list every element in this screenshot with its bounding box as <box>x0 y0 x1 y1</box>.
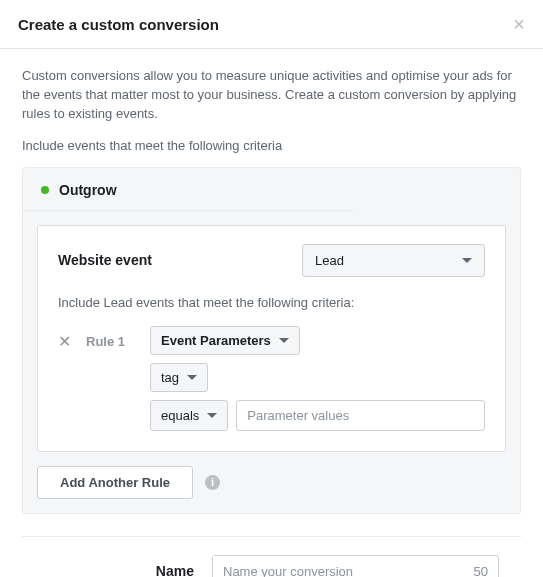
info-icon[interactable]: i <box>205 475 220 490</box>
rule-controls: Event Parameters tag equals <box>150 326 485 431</box>
add-rule-button[interactable]: Add Another Rule <box>37 466 193 499</box>
tag-label: tag <box>161 370 179 385</box>
name-input-wrap: 50 <box>212 555 499 577</box>
add-rule-row: Add Another Rule i <box>37 466 506 499</box>
remove-rule-icon[interactable]: ✕ <box>58 326 72 351</box>
chevron-down-icon <box>187 375 197 380</box>
pixel-name: Outgrow <box>59 182 117 198</box>
section-divider <box>22 536 521 537</box>
criteria-label: Include events that meet the following c… <box>22 138 521 153</box>
close-icon[interactable]: × <box>513 14 525 34</box>
event-select-value: Lead <box>315 253 344 268</box>
operator-select[interactable]: equals <box>150 400 228 431</box>
tag-select[interactable]: tag <box>150 363 208 392</box>
rule-label: Rule 1 <box>86 326 136 349</box>
rules-card: Website event Lead Include Lead events t… <box>37 225 506 452</box>
modal-body: Custom conversions allow you to measure … <box>0 49 543 577</box>
event-select[interactable]: Lead <box>302 244 485 277</box>
rule-row: ✕ Rule 1 Event Parameters tag <box>58 326 485 431</box>
intro-text: Custom conversions allow you to measure … <box>22 67 521 124</box>
modal-header: Create a custom conversion × <box>0 0 543 49</box>
event-row: Website event Lead <box>58 244 485 277</box>
param-type-label: Event Parameters <box>161 333 271 348</box>
chevron-down-icon <box>462 258 472 263</box>
parameter-value-input[interactable] <box>236 400 485 431</box>
param-type-select[interactable]: Event Parameters <box>150 326 300 355</box>
event-label: Website event <box>58 252 288 268</box>
chevron-down-icon <box>279 338 289 343</box>
pixel-block: Outgrow Website event Lead Include Lead … <box>22 167 521 514</box>
lead-criteria-text: Include Lead events that meet the follow… <box>58 295 485 310</box>
status-dot-icon <box>41 186 49 194</box>
name-row: Name 50 <box>22 555 521 577</box>
pixel-tab[interactable]: Outgrow <box>23 168 353 211</box>
conversion-name-input[interactable] <box>213 556 464 577</box>
char-count: 50 <box>464 564 498 577</box>
chevron-down-icon <box>207 413 217 418</box>
modal-title: Create a custom conversion <box>18 16 219 33</box>
name-label: Name <box>44 563 194 577</box>
operator-label: equals <box>161 408 199 423</box>
